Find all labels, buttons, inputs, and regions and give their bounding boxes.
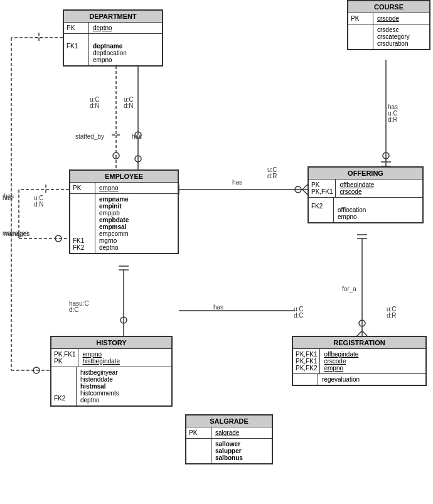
svg-point-2 xyxy=(113,153,119,159)
label-for-a: for_a xyxy=(342,286,356,292)
entity-course: COURSE PK crscode crsdesccrscategorycrsd… xyxy=(347,0,430,50)
svg-line-11 xyxy=(302,185,307,190)
entity-offering: OFFERING PKPK,FK1 offbegindate crscode F… xyxy=(307,166,424,223)
svg-line-12 xyxy=(302,190,307,195)
course-fk-label xyxy=(348,24,373,49)
entity-course-title: COURSE xyxy=(348,1,429,13)
entity-employee: EMPLOYEE PK empno FK1FK2 empname empinit… xyxy=(69,169,179,254)
reg-fk-label xyxy=(293,374,318,385)
entity-department-title: DEPARTMENT xyxy=(64,11,162,23)
off-pk-labels: PKPK,FK1 xyxy=(309,180,336,197)
svg-point-20 xyxy=(120,317,127,323)
dept-pk-field: deptno xyxy=(89,23,116,33)
sal-pk-label: PK xyxy=(186,427,211,438)
entity-salgrade-title: SALGRADE xyxy=(186,416,272,427)
emp-pk-label: PK xyxy=(70,183,95,193)
reg-attrs: regevaluation xyxy=(318,374,363,385)
sal-attrs: sallower salupper salbonus xyxy=(211,439,247,463)
sal-pk-field: salgrade xyxy=(211,427,243,438)
label-dr-reg-right: d:R xyxy=(387,312,397,319)
entity-salgrade: SALGRADE PK salgrade sallower salupper s… xyxy=(185,414,273,464)
label-dc-off-reg: d:C xyxy=(294,312,304,319)
label-has-emp-hist-horiz: has xyxy=(213,304,223,311)
reg-pk-fields: offbegindate crscode empno xyxy=(320,349,362,373)
svg-point-6 xyxy=(135,156,141,162)
reg-pk-labels: PK,FK1PK,FK1PK,FK2 xyxy=(293,349,320,373)
label-has-dept-emp: has xyxy=(132,133,142,140)
entity-registration-title: REGISTRATION xyxy=(293,337,425,349)
dept-attrs: deptnamedeptlocationempno xyxy=(89,34,131,65)
svg-point-26 xyxy=(359,320,365,326)
label-dc-emp-hist: d:C xyxy=(69,306,79,313)
off-fk-label: FK2 xyxy=(309,198,334,222)
course-attrs: crsdesccrscategorycrsduration xyxy=(373,24,414,49)
label-manages: manages xyxy=(3,230,28,237)
sal-fk-label xyxy=(186,439,211,463)
svg-point-14 xyxy=(383,153,389,159)
label-dn-dept-has: d:N xyxy=(124,102,134,109)
svg-point-10 xyxy=(295,186,301,193)
svg-line-28 xyxy=(362,331,367,336)
label-dn-left: d:N xyxy=(34,201,44,208)
hist-pk-labels: PK,FK1PK xyxy=(51,349,78,367)
label-has-left: has xyxy=(3,195,13,201)
emp-pk-field: empno xyxy=(95,183,122,193)
entity-registration: REGISTRATION PK,FK1PK,FK1PK,FK2 offbegin… xyxy=(292,336,427,386)
entity-offering-title: OFFERING xyxy=(309,168,422,180)
svg-point-33 xyxy=(55,235,61,242)
emp-fk-labels: FK1FK2 xyxy=(70,194,95,253)
svg-point-39 xyxy=(33,367,40,373)
entity-department: DEPARTMENT PK deptno FK1 deptnamedeptloc… xyxy=(63,9,163,67)
label-staffed-by: staffed_by xyxy=(75,133,104,140)
off-pk-fields: offbegindate crscode xyxy=(336,180,378,197)
hist-fk-label: FK2 xyxy=(51,367,77,405)
hist-pk-fields: empno histbegindate xyxy=(78,349,124,367)
entity-history: HISTORY PK,FK1PK empno histbegindate FK2… xyxy=(50,336,173,407)
label-has-emp-off: has xyxy=(232,179,242,186)
course-pk-label: PK xyxy=(348,13,373,24)
label-dr-course-off: d:R xyxy=(388,116,398,123)
hist-attrs: histbeginyear histenddate histmsal histc… xyxy=(77,367,123,405)
dept-fk-label: FK1 xyxy=(64,34,89,65)
diagram-container: has manages COURSE PK crscode crsdesccrs… xyxy=(0,0,433,504)
label-dr-emp-off: d:R xyxy=(267,173,277,180)
svg-line-27 xyxy=(357,331,362,336)
label-dn-dept-staffed: d:N xyxy=(90,102,100,109)
entity-history-title: HISTORY xyxy=(51,337,171,349)
dept-pk-label: PK xyxy=(64,23,89,33)
entity-employee-title: EMPLOYEE xyxy=(70,171,178,183)
off-attrs: offlocationempno xyxy=(334,198,370,222)
course-pk-field: crscode xyxy=(373,13,403,24)
emp-attrs: empname empinit empjob empbdate empmsal … xyxy=(95,194,132,253)
